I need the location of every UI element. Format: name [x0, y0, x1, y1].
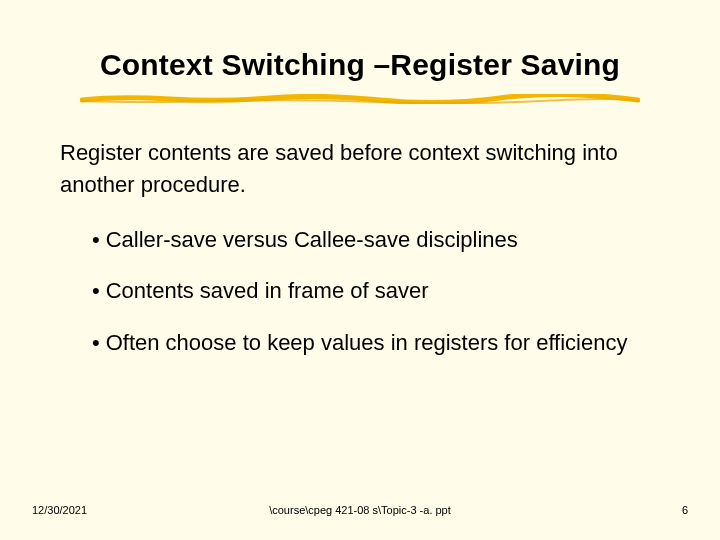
bullet-icon: •	[92, 328, 100, 358]
footer-path: \course\cpeg 421-08 s\Topic-3 -a. ppt	[269, 504, 451, 516]
slide: Context Switching –Register Saving Regis…	[0, 0, 720, 540]
slide-body: Register contents are saved before conte…	[0, 101, 720, 358]
bullet-icon: •	[92, 276, 100, 306]
footer-date: 12/30/2021	[32, 504, 87, 516]
bullet-text: Contents saved in frame of saver	[106, 276, 660, 306]
slide-title: Context Switching –Register Saving	[0, 48, 720, 82]
underline-stroke-icon	[80, 94, 640, 104]
bullet-text-line: Often choose to keep values in registers…	[106, 330, 628, 355]
bullet-list: • Caller-save versus Callee-save discipl…	[60, 225, 660, 358]
bullet-icon: •	[92, 225, 100, 255]
list-item: • Contents saved in frame of saver	[92, 276, 660, 306]
list-item: • Often choose to keep values in registe…	[92, 328, 660, 358]
bullet-text: Often choose to keep values in registers…	[106, 328, 660, 358]
title-underline	[80, 94, 640, 101]
lead-paragraph: Register contents are saved before conte…	[60, 137, 660, 201]
bullet-text: Caller-save versus Callee-save disciplin…	[106, 225, 660, 255]
footer-page-number: 6	[682, 504, 688, 516]
list-item: • Caller-save versus Callee-save discipl…	[92, 225, 660, 255]
